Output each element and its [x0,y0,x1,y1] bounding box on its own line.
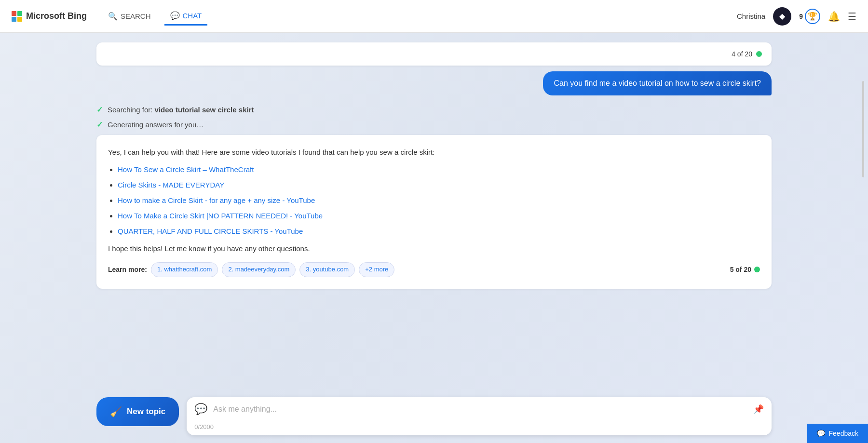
menu-icon[interactable]: ☰ [848,11,856,22]
status-searching: ✓ Searching for: video tutorial sew circ… [96,105,772,114]
header: Microsoft Bing 🔍 SEARCH 💬 CHAT Christina… [0,0,868,33]
input-container: 💬 📌 0/2000 [187,397,772,435]
logo-icon [12,11,22,22]
header-right: Christina ◆ 9 🏆 🔔 ☰ [737,7,856,26]
new-topic-button[interactable]: 🧹 New topic [96,397,179,426]
chat-label: CHAT [183,12,202,20]
chat-icon: 💬 [170,11,180,20]
main: 4 of 20 Can you find me a video tutorial… [0,33,868,443]
link-4[interactable]: How To Make a Circle Skirt |NO PATTERN N… [118,212,323,220]
logo-area: Microsoft Bing [12,11,87,22]
logo-sq-green [17,11,22,16]
logo-sq-yellow [17,17,22,22]
bottom-bar: 🧹 New topic 💬 📌 0/2000 [0,389,868,443]
list-item: QUARTER, HALF AND FULL CIRCLE SKIRTS - Y… [118,226,760,237]
list-item: How To Make a Circle Skirt |NO PATTERN N… [118,210,760,222]
chat-area: 4 of 20 Can you find me a video tutorial… [0,33,868,443]
search-label: SEARCH [121,12,151,20]
username: Christina [737,12,765,20]
feedback-label: Feedback [829,430,858,437]
feedback-icon: 💬 [817,430,825,437]
bell-icon[interactable]: 🔔 [828,11,840,22]
user-message-bubble: Can you find me a video tutorial on how … [543,71,772,95]
source-2[interactable]: 2. madeeveryday.com [222,262,296,277]
check-icon-gen: ✓ [96,120,103,129]
new-topic-label: New topic [127,407,165,416]
points-value: 9 [799,13,803,20]
broom-icon: 🧹 [110,406,122,417]
status-generating: ✓ Generating answers for you… [96,120,772,129]
scroll-bar[interactable] [862,81,864,177]
pin-icon[interactable]: 📌 [753,404,764,415]
prev-message-area: 4 of 20 [96,42,772,66]
nav-search[interactable]: 🔍 SEARCH [102,8,157,25]
feedback-button[interactable]: 💬 Feedback [807,424,868,443]
link-2[interactable]: Circle Skirts - MADE EVERYDAY [118,181,224,189]
source-more[interactable]: +2 more [359,262,394,277]
link-3[interactable]: How to make a Circle Skirt - for any age… [118,196,315,204]
points-badge: 9 🏆 [799,9,820,24]
check-icon-search: ✓ [96,105,103,114]
source-3[interactable]: 3. youtube.com [299,262,355,277]
char-count: 0/2000 [187,421,772,435]
logo-sq-blue [12,17,16,22]
bot-response-card: Yes, I can help you with that! Here are … [96,135,772,289]
prev-green-dot [756,51,762,57]
trophy-icon[interactable]: 🏆 [805,9,820,24]
list-item: How to make a Circle Skirt - for any age… [118,195,760,206]
link-1[interactable]: How To Sew a Circle Skirt – WhatTheCraft [118,165,254,174]
link-5[interactable]: QUARTER, HALF AND FULL CIRCLE SKIRTS - Y… [118,227,303,235]
learn-more-section: Learn more: 1. whatthecraft.com 2. madee… [108,262,760,277]
status-generating-text: Generating answers for you… [108,121,203,129]
bot-outro: I hope this helps! Let me know if you ha… [108,243,760,255]
bot-count-label: 5 of 20 [730,264,751,275]
avatar[interactable]: ◆ [773,7,791,26]
prev-count-label: 4 of 20 [732,50,752,58]
learn-more-label: Learn more: [108,264,147,275]
status-searching-text: Searching for: video tutorial sew circle… [108,106,254,114]
bot-intro: Yes, I can help you with that! Here are … [108,147,760,158]
chat-input[interactable] [213,405,747,414]
search-icon: 🔍 [108,12,118,21]
user-message-text: Can you find me a video tutorial on how … [554,79,761,87]
chat-bubble-icon: 💬 [194,403,207,416]
input-row: 💬 📌 [187,397,772,421]
source-1[interactable]: 1. whatthecraft.com [151,262,218,277]
list-item: How To Sew a Circle Skirt – WhatTheCraft [118,164,760,175]
bot-count: 5 of 20 [730,264,760,275]
logo-text: Microsoft Bing [26,11,87,21]
nav-chat[interactable]: 💬 CHAT [164,7,208,26]
list-item: Circle Skirts - MADE EVERYDAY [118,179,760,191]
bot-links-list: How To Sew a Circle Skirt – WhatTheCraft… [108,164,760,237]
logo-sq-red [12,11,16,16]
bot-green-dot [754,267,760,272]
prev-message-count: 4 of 20 [732,50,762,58]
